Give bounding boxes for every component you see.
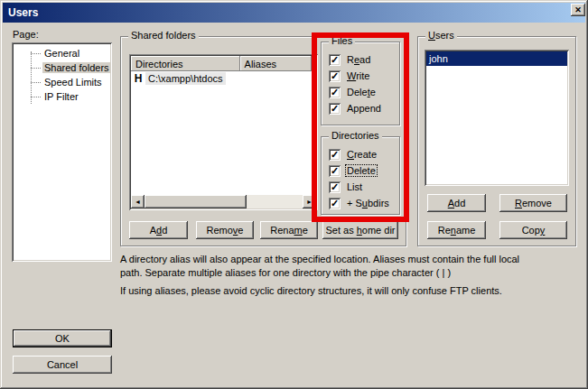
checkbox-checked-icon[interactable]: ✓ [329,181,341,193]
column-header-aliases[interactable]: Aliases [240,56,312,71]
page-list[interactable]: General Shared folders Speed Limits IP F… [12,42,112,262]
page-item-speed-limits[interactable]: Speed Limits [12,75,110,89]
users-list[interactable]: john [425,50,569,186]
users-group-label: Users [425,30,457,41]
scroll-right-button[interactable]: ► [303,195,316,208]
column-header-directories[interactable]: Directories [131,56,240,71]
close-icon: ✕ [574,5,582,14]
users-dialog: Users ✕ Page: General Shared folders Spe… [0,0,588,389]
set-as-home-dir-button[interactable]: Set as home dir [322,221,398,239]
checkbox-checked-icon[interactable]: ✓ [329,165,341,177]
scroll-left-button[interactable]: ◄ [131,195,145,208]
user-copy-button[interactable]: Copy [499,221,567,239]
files-group-label: Files [329,35,355,46]
directory-path: C:\xampp\htdocs [145,72,226,85]
title-bar[interactable]: Users [3,3,585,23]
files-permissions-group: Files ✓ Read ✓ Write ✓ Delete ✓ Append [321,42,400,125]
user-add-button[interactable]: Add [427,194,486,212]
checkbox-delete-file[interactable]: ✓ Delete [329,85,377,99]
window-title: Users [8,6,38,19]
checkbox-checked-icon[interactable]: ✓ [329,54,341,66]
checkbox-read[interactable]: ✓ Read [329,52,371,67]
checkbox-checked-icon[interactable]: ✓ [329,198,341,209]
scrollbar-thumb[interactable] [145,195,247,208]
checkbox-checked-icon[interactable]: ✓ [329,149,341,161]
arrow-right-icon: ► [306,199,313,205]
user-remove-button[interactable]: Remove [499,194,567,212]
shared-folders-group-label: Shared folders [128,30,199,41]
directories-group-label: Directories [329,130,382,141]
listview-header: Directories Aliases [131,56,316,71]
directory-row[interactable]: H C:\xampp\htdocs [131,71,226,86]
page-item-shared-folders[interactable]: Shared folders [12,60,110,75]
ok-button[interactable]: OK [13,329,112,347]
user-list-item[interactable]: john [426,51,567,66]
page-label: Page: [13,29,39,40]
page-item-ip-filter[interactable]: IP Filter [12,89,110,104]
arrow-left-icon: ◄ [135,199,141,205]
checkbox-list[interactable]: ✓ List [329,180,363,194]
directories-listview[interactable]: Directories Aliases H C:\xampp\htdocs ◄ … [129,54,318,210]
user-rename-button[interactable]: Rename [427,221,486,239]
shared-remove-button[interactable]: Remove [196,221,254,239]
cyclic-note: If using aliases, please avoid cyclic di… [120,284,502,298]
checkbox-checked-icon[interactable]: ✓ [329,87,341,98]
checkbox-checked-icon[interactable]: ✓ [329,103,341,115]
home-dir-marker: H [131,72,145,85]
shared-rename-button[interactable]: Rename [260,221,318,239]
shared-add-button[interactable]: Add [129,221,188,239]
checkbox-append[interactable]: ✓ Append [329,101,382,116]
close-button[interactable]: ✕ [571,4,585,16]
alias-note: A directory alias will also appear at th… [120,253,519,280]
page-item-general[interactable]: General [12,46,110,60]
horizontal-scrollbar[interactable]: ◄ ► [131,195,316,208]
cancel-button[interactable]: Cancel [13,356,112,374]
checkbox-delete-dir[interactable]: ✓ Delete [329,163,377,178]
checkbox-checked-icon[interactable]: ✓ [329,70,341,82]
checkbox-write[interactable]: ✓ Write [329,69,370,83]
directories-permissions-group: Directories ✓ Create ✓ Delete ✓ List ✓ +… [321,136,400,215]
checkbox-subdirs[interactable]: ✓ + Subdirs [329,196,390,210]
checkbox-create[interactable]: ✓ Create [329,147,378,162]
